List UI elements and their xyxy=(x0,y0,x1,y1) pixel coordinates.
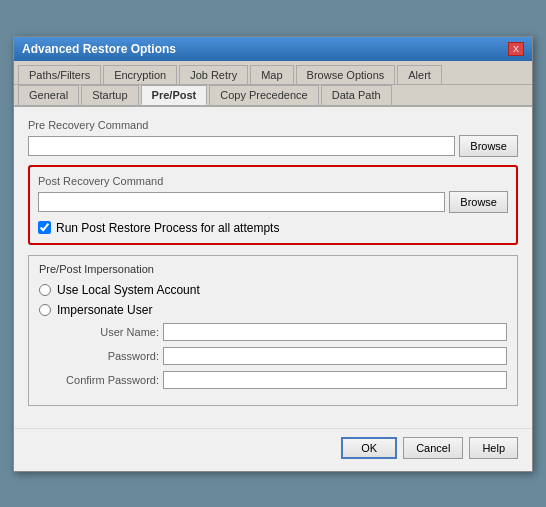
help-button[interactable]: Help xyxy=(469,437,518,459)
tab-encryption[interactable]: Encryption xyxy=(103,65,177,84)
user-name-label: User Name: xyxy=(59,326,159,338)
title-bar: Advanced Restore Options X xyxy=(14,37,532,61)
confirm-password-label: Confirm Password: xyxy=(59,374,159,386)
tab-map[interactable]: Map xyxy=(250,65,293,84)
run-post-restore-row: Run Post Restore Process for all attempt… xyxy=(38,221,508,235)
tab-pre-post[interactable]: Pre/Post xyxy=(141,85,208,105)
window-title: Advanced Restore Options xyxy=(22,42,176,56)
run-post-restore-label: Run Post Restore Process for all attempt… xyxy=(56,221,279,235)
post-recovery-box: Post Recovery Command Browse Run Post Re… xyxy=(28,165,518,245)
post-recovery-label: Post Recovery Command xyxy=(38,175,508,187)
use-local-row: Use Local System Account xyxy=(39,283,507,297)
impersonate-user-radio[interactable] xyxy=(39,304,51,316)
impersonation-group-title: Pre/Post Impersonation xyxy=(35,263,158,275)
impersonate-user-label: Impersonate User xyxy=(57,303,152,317)
password-label: Password: xyxy=(59,350,159,362)
title-bar-buttons: X xyxy=(508,42,524,56)
tab-paths-filters[interactable]: Paths/Filters xyxy=(18,65,101,84)
tab-startup[interactable]: Startup xyxy=(81,85,138,105)
use-local-radio[interactable] xyxy=(39,284,51,296)
impersonation-group: Pre/Post Impersonation Use Local System … xyxy=(28,255,518,406)
user-name-row: User Name: xyxy=(39,323,507,341)
tab-general[interactable]: General xyxy=(18,85,79,105)
impersonate-user-row: Impersonate User xyxy=(39,303,507,317)
tab-browse-options[interactable]: Browse Options xyxy=(296,65,396,84)
main-window: Advanced Restore Options X Paths/Filters… xyxy=(13,36,533,472)
pre-recovery-label: Pre Recovery Command xyxy=(28,119,518,131)
use-local-label: Use Local System Account xyxy=(57,283,200,297)
ok-button[interactable]: OK xyxy=(341,437,397,459)
content-area: Pre Recovery Command Browse Post Recover… xyxy=(14,107,532,428)
tab-row-1: Paths/Filters Encryption Job Retry Map B… xyxy=(14,61,532,85)
tab-copy-precedence[interactable]: Copy Precedence xyxy=(209,85,318,105)
run-post-restore-checkbox[interactable] xyxy=(38,221,51,234)
post-recovery-input[interactable] xyxy=(38,192,445,212)
pre-recovery-browse-button[interactable]: Browse xyxy=(459,135,518,157)
tab-job-retry[interactable]: Job Retry xyxy=(179,65,248,84)
post-recovery-row: Browse xyxy=(38,191,508,213)
user-name-input[interactable] xyxy=(163,323,507,341)
pre-recovery-row: Browse xyxy=(28,135,518,157)
post-recovery-browse-button[interactable]: Browse xyxy=(449,191,508,213)
tab-alert[interactable]: Alert xyxy=(397,65,442,84)
cancel-button[interactable]: Cancel xyxy=(403,437,463,459)
password-input[interactable] xyxy=(163,347,507,365)
confirm-password-input[interactable] xyxy=(163,371,507,389)
password-row: Password: xyxy=(39,347,507,365)
tab-data-path[interactable]: Data Path xyxy=(321,85,392,105)
tab-row-2: General Startup Pre/Post Copy Precedence… xyxy=(14,85,532,107)
confirm-password-row: Confirm Password: xyxy=(39,371,507,389)
pre-recovery-input[interactable] xyxy=(28,136,455,156)
close-button[interactable]: X xyxy=(508,42,524,56)
bottom-bar: OK Cancel Help xyxy=(14,428,532,471)
